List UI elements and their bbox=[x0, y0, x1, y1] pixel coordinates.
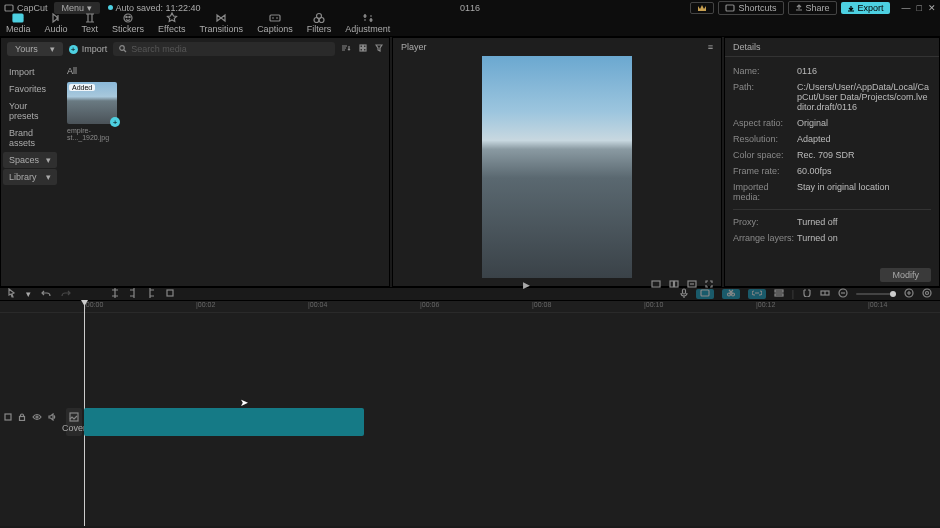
details-title: Details bbox=[725, 38, 939, 57]
svg-rect-17 bbox=[364, 49, 367, 52]
svg-rect-18 bbox=[652, 281, 660, 287]
sidebar-item-import[interactable]: Import bbox=[3, 64, 57, 80]
timeline-clip[interactable] bbox=[84, 408, 364, 436]
svg-point-5 bbox=[126, 16, 127, 17]
zoom-in-button[interactable] bbox=[904, 288, 914, 300]
player-title: Player bbox=[401, 42, 427, 52]
svg-rect-27 bbox=[775, 290, 783, 292]
split-button[interactable] bbox=[111, 288, 119, 300]
ruler-tick: |00:12 bbox=[756, 301, 775, 308]
sidebar-item-your-presets[interactable]: Your presets bbox=[3, 98, 57, 124]
delete-left-button[interactable] bbox=[129, 288, 137, 300]
toggle-track-button[interactable] bbox=[774, 289, 784, 299]
import-button[interactable]: +Import bbox=[69, 44, 108, 54]
tab-text[interactable]: Text bbox=[82, 13, 99, 36]
media-thumbnail[interactable]: Added + empire-st..._1920.jpg bbox=[67, 82, 117, 141]
tab-adjustment[interactable]: Adjustment bbox=[345, 13, 390, 36]
svg-rect-23 bbox=[682, 289, 685, 294]
svg-point-9 bbox=[314, 18, 319, 23]
svg-point-6 bbox=[129, 16, 130, 17]
tab-filters[interactable]: Filters bbox=[307, 13, 332, 36]
cover-button[interactable]: Cover bbox=[66, 408, 82, 436]
track-collapse-icon[interactable] bbox=[4, 413, 12, 423]
track-hide-icon[interactable] bbox=[32, 413, 42, 423]
snap-button[interactable] bbox=[802, 289, 812, 299]
redo-button[interactable] bbox=[61, 289, 71, 299]
link-button[interactable] bbox=[748, 289, 766, 299]
ruler-tick: |00:04 bbox=[308, 301, 327, 308]
mouse-cursor: ➤ bbox=[240, 397, 248, 408]
svg-rect-16 bbox=[360, 49, 363, 52]
ratio-button[interactable] bbox=[651, 280, 661, 290]
svg-rect-28 bbox=[775, 294, 783, 296]
auto-cut-button[interactable] bbox=[722, 289, 740, 299]
track-mute-icon[interactable] bbox=[48, 413, 56, 423]
modify-button[interactable]: Modify bbox=[880, 268, 931, 282]
grid-view-button[interactable] bbox=[359, 44, 367, 54]
shortcuts-button[interactable]: Shortcuts bbox=[718, 1, 783, 15]
svg-point-10 bbox=[319, 18, 324, 23]
fit-timeline-button[interactable] bbox=[922, 288, 932, 300]
sync-dot-icon bbox=[108, 5, 113, 10]
tab-stickers[interactable]: Stickers bbox=[112, 13, 144, 36]
tab-media[interactable]: Media bbox=[6, 13, 31, 36]
sidebar-item-brand-assets[interactable]: Brand assets bbox=[3, 125, 57, 151]
undo-button[interactable] bbox=[41, 289, 51, 299]
sidebar-item-favorites[interactable]: Favorites bbox=[3, 81, 57, 97]
svg-point-36 bbox=[36, 416, 38, 418]
zoom-slider[interactable] bbox=[856, 293, 896, 295]
svg-rect-1 bbox=[726, 5, 734, 11]
autosave-status: Auto saved: 11:22:40 bbox=[108, 3, 201, 13]
ruler-tick: |00:06 bbox=[420, 301, 439, 308]
export-button[interactable]: Export bbox=[841, 2, 890, 14]
sort-button[interactable] bbox=[341, 44, 351, 54]
svg-rect-20 bbox=[675, 281, 679, 287]
sidebar-item-spaces[interactable]: Spaces▾ bbox=[3, 152, 57, 168]
app-logo: CapCut bbox=[4, 3, 48, 13]
video-preview[interactable] bbox=[482, 56, 632, 278]
compare-button[interactable] bbox=[669, 280, 679, 290]
yours-dropdown[interactable]: Yours▾ bbox=[7, 42, 63, 56]
vip-button[interactable] bbox=[690, 2, 714, 14]
close-button[interactable]: ✕ bbox=[928, 3, 936, 13]
detail-row: Frame rate:60.00fps bbox=[733, 163, 931, 179]
project-title: 0116 bbox=[460, 3, 480, 13]
delete-right-button[interactable] bbox=[147, 288, 155, 300]
ruler-tick: |00:14 bbox=[868, 301, 887, 308]
detail-row: Path:C:/Users/User/AppData/Local/CapCut/… bbox=[733, 79, 931, 115]
track-lock-icon[interactable] bbox=[18, 413, 26, 423]
player-menu-icon[interactable]: ≡ bbox=[708, 42, 713, 52]
svg-point-32 bbox=[923, 289, 931, 297]
media-subtab-all[interactable]: All bbox=[67, 64, 381, 78]
tab-audio[interactable]: Audio bbox=[45, 13, 68, 36]
share-button[interactable]: Share bbox=[788, 1, 837, 15]
delete-button[interactable] bbox=[165, 289, 175, 299]
detail-row: Imported media:Stay in original location bbox=[733, 179, 931, 205]
detail-row: Resolution:Adapted bbox=[733, 131, 931, 147]
sidebar-item-library[interactable]: Library▾ bbox=[3, 169, 57, 185]
mic-button[interactable] bbox=[680, 288, 688, 300]
ruler-tick: |00:02 bbox=[196, 301, 215, 308]
ruler-tick: |00:00 bbox=[84, 301, 103, 308]
svg-rect-35 bbox=[20, 417, 25, 421]
maximize-button[interactable]: □ bbox=[917, 3, 922, 13]
tab-transitions[interactable]: Transitions bbox=[199, 13, 243, 36]
add-to-timeline-button[interactable]: + bbox=[110, 117, 120, 127]
svg-rect-7 bbox=[270, 15, 280, 21]
search-input[interactable]: Search media bbox=[113, 42, 335, 56]
play-button[interactable]: ▶ bbox=[401, 280, 651, 290]
preview-axis-button[interactable] bbox=[820, 289, 830, 299]
zoom-out-button[interactable] bbox=[838, 288, 848, 300]
detail-row: Proxy:Turned off bbox=[733, 214, 931, 230]
filter-button[interactable] bbox=[375, 44, 383, 54]
detail-row: Arrange layers:Turned on bbox=[733, 230, 931, 246]
minimize-button[interactable]: — bbox=[902, 3, 911, 13]
tab-effects[interactable]: Effects bbox=[158, 13, 185, 36]
select-tool[interactable] bbox=[8, 288, 16, 300]
svg-rect-34 bbox=[5, 414, 11, 420]
svg-rect-0 bbox=[5, 5, 13, 11]
added-badge: Added bbox=[69, 84, 95, 91]
auto-caption-button[interactable] bbox=[696, 289, 714, 299]
tool-dropdown[interactable]: ▾ bbox=[26, 289, 31, 299]
tab-captions[interactable]: Captions bbox=[257, 13, 293, 36]
